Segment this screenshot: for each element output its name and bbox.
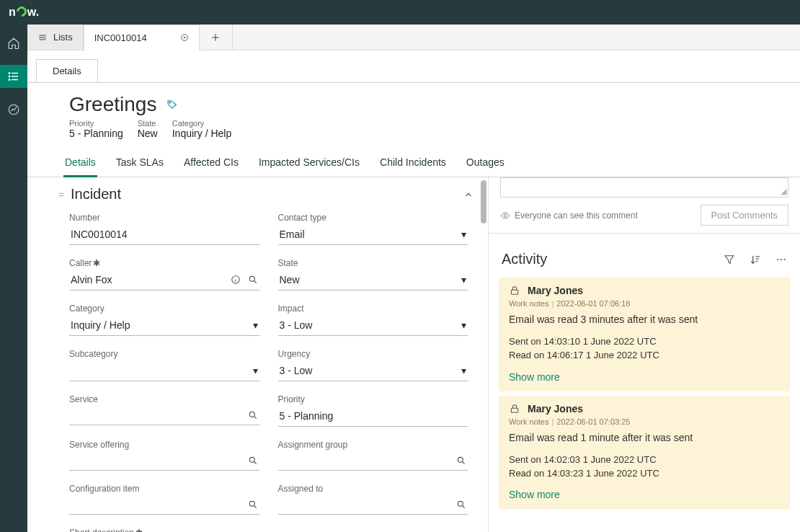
note-timestamp: 2022-06-01 07:06:18 xyxy=(556,299,630,308)
svg-line-30 xyxy=(463,506,465,508)
label-priority: Priority xyxy=(278,394,468,404)
record-tabs: Details Task SLAs Affected CIs Impacted … xyxy=(27,142,800,177)
resize-handle-icon[interactable]: ◢ xyxy=(781,187,786,196)
input-service-offering[interactable] xyxy=(69,453,259,471)
search-icon[interactable] xyxy=(248,500,258,510)
rail-analytics[interactable] xyxy=(0,98,27,121)
label-assigned-to: Assigned to xyxy=(278,484,468,494)
tab-record[interactable]: INC0010014 xyxy=(84,25,200,50)
note-line: Sent on 14:03:10 1 June 2022 UTC xyxy=(509,335,780,349)
search-icon[interactable] xyxy=(248,410,258,420)
subtab-details[interactable]: Details xyxy=(36,59,98,82)
comment-visibility-text: Everyone can see this comment xyxy=(515,210,638,221)
tab-new[interactable] xyxy=(200,25,233,50)
svg-point-23 xyxy=(249,457,254,462)
input-service[interactable] xyxy=(69,407,259,425)
caret-down-icon: ▾ xyxy=(253,365,258,376)
input-number[interactable]: INC0010014 xyxy=(69,226,259,245)
input-priority[interactable]: 5 - Planning xyxy=(278,407,468,427)
info-icon[interactable] xyxy=(231,275,241,285)
field-configuration-item: Configuration item xyxy=(69,484,259,515)
label-caller: Caller xyxy=(69,258,92,268)
drag-handle-icon[interactable] xyxy=(58,190,65,200)
svg-point-4 xyxy=(9,76,10,77)
show-more-link[interactable]: Show more xyxy=(509,489,780,500)
filter-icon[interactable] xyxy=(724,254,735,265)
tag-icon[interactable] xyxy=(166,99,178,110)
select-category[interactable]: Inquiry / Help▾ xyxy=(69,316,259,336)
field-contact-type: Contact type Email▾ xyxy=(278,213,468,245)
field-service-offering: Service offering xyxy=(69,440,259,471)
label-configuration-item: Configuration item xyxy=(69,484,259,494)
scrollbar-thumb[interactable] xyxy=(481,180,486,223)
svg-line-22 xyxy=(254,417,256,419)
rectab-task-slas[interactable]: Task SLAs xyxy=(115,152,165,177)
svg-line-20 xyxy=(254,281,256,283)
lock-icon xyxy=(509,403,520,414)
plus-icon xyxy=(210,32,221,43)
field-impact: Impact 3 - Low▾ xyxy=(278,303,468,336)
note-author: Mary Jones xyxy=(528,285,583,296)
note-line: Read on 14:06:17 1 June 2022 UTC xyxy=(509,349,780,363)
field-assigned-to: Assigned to xyxy=(278,484,468,515)
activity-heading: Activity xyxy=(502,251,547,267)
home-icon xyxy=(7,37,20,50)
input-assignment-group[interactable] xyxy=(278,453,468,471)
caret-down-icon: ▾ xyxy=(253,319,258,331)
rectab-outages[interactable]: Outages xyxy=(465,152,506,177)
meta-priority-label: Priority xyxy=(69,119,123,128)
rail-list[interactable] xyxy=(0,65,27,88)
field-priority: Priority 5 - Planning xyxy=(278,394,468,427)
select-subcategory[interactable]: ▾ xyxy=(69,362,259,381)
tab-close-icon[interactable] xyxy=(180,33,189,42)
rectab-details[interactable]: Details xyxy=(63,152,97,177)
tab-lists[interactable]: Lists xyxy=(27,25,84,50)
x-circle-icon xyxy=(180,33,189,42)
select-contact-type[interactable]: Email▾ xyxy=(278,226,468,245)
search-icon[interactable] xyxy=(456,500,466,510)
svg-point-29 xyxy=(458,501,463,506)
input-configuration-item[interactable] xyxy=(69,497,259,515)
comment-textarea[interactable]: ◢ xyxy=(500,177,788,198)
caret-down-icon: ▾ xyxy=(461,229,466,240)
sort-icon[interactable] xyxy=(750,254,761,265)
show-more-link[interactable]: Show more xyxy=(509,371,780,383)
svg-point-3 xyxy=(9,73,10,74)
note-timestamp: 2022-06-01 07:03:25 xyxy=(556,417,630,426)
label-category: Category xyxy=(69,303,259,314)
more-icon[interactable] xyxy=(775,254,787,265)
divider xyxy=(489,233,800,234)
svg-line-24 xyxy=(254,462,256,464)
field-short-description: Short description✱ Greetings xyxy=(69,528,468,532)
tab-lists-label: Lists xyxy=(53,32,73,43)
meta-priority: Priority 5 - Planning xyxy=(69,119,123,139)
svg-point-27 xyxy=(249,501,254,506)
eye-icon xyxy=(500,210,510,221)
logo-circle-icon xyxy=(14,4,29,19)
input-assigned-to[interactable] xyxy=(278,497,468,515)
rectab-affected-cis[interactable]: Affected CIs xyxy=(182,152,240,177)
select-urgency[interactable]: 3 - Low▾ xyxy=(278,362,468,381)
meta-state-value: New xyxy=(138,128,158,139)
svg-rect-41 xyxy=(511,408,517,412)
search-icon[interactable] xyxy=(248,275,258,285)
left-rail xyxy=(0,25,27,532)
select-impact[interactable]: 3 - Low▾ xyxy=(278,316,468,336)
tab-record-label: INC0010014 xyxy=(94,32,147,43)
select-state[interactable]: New▾ xyxy=(278,271,468,291)
note-line: Sent on 14:02:03 1 June 2022 UTC xyxy=(509,453,780,467)
label-number: Number xyxy=(69,213,259,223)
label-subcategory: Subcategory xyxy=(69,349,259,359)
note-author: Mary Jones xyxy=(528,403,583,414)
search-icon[interactable] xyxy=(248,456,258,466)
search-icon[interactable] xyxy=(456,456,466,466)
collapse-section-icon[interactable] xyxy=(463,190,474,200)
rail-home[interactable] xyxy=(0,32,27,55)
input-caller[interactable]: Alvin Fox xyxy=(69,271,259,291)
lock-icon xyxy=(509,285,520,296)
rectab-child-incidents[interactable]: Child Incidents xyxy=(378,152,448,177)
rectab-impacted-services[interactable]: Impacted Services/CIs xyxy=(257,152,361,177)
meta-category-label: Category xyxy=(172,119,231,128)
label-contact-type: Contact type xyxy=(278,213,468,223)
post-comments-button[interactable]: Post Comments xyxy=(701,205,788,226)
